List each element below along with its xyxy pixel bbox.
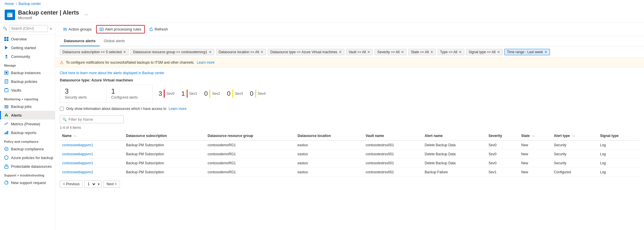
- stat-card-security-alerts[interactable]: 3 Security alerts: [60, 85, 106, 103]
- filter-by-name-input[interactable]: [69, 117, 121, 122]
- sidebar-item-backup-policies[interactable]: Backup policies: [0, 77, 55, 86]
- filter-chip-signal-type[interactable]: Signal type == All ✕: [466, 49, 503, 55]
- sidebar-item-protectable-datasources[interactable]: Protectable datasources: [0, 162, 55, 171]
- collapse-button[interactable]: «: [50, 26, 52, 31]
- svg-marker-35: [152, 28, 152, 29]
- sev4-label: Sev4: [258, 92, 266, 96]
- checkbox-learn-more-link[interactable]: Learn more: [169, 107, 186, 111]
- filter-chip-severity[interactable]: Severity == All ✕: [375, 49, 406, 55]
- filter-chip-state[interactable]: State == All ✕: [408, 49, 436, 55]
- page-number-select[interactable]: 1: [85, 181, 96, 188]
- getting-started-icon: [4, 45, 9, 50]
- sidebar-item-backup-compliance[interactable]: Backup compliance: [0, 145, 55, 153]
- action-groups-label: Action groups: [69, 27, 92, 31]
- filter-remove-icon[interactable]: ✕: [367, 50, 370, 54]
- next-button[interactable]: Next >: [103, 181, 120, 188]
- filter-chip-subscription[interactable]: Datasource subscription == 5 selected ✕: [60, 49, 129, 55]
- svg-rect-24: [7, 131, 8, 134]
- section-policy: Policy and compliance: [0, 137, 55, 145]
- svg-rect-5: [4, 39, 6, 41]
- alert-processing-rules-icon: [100, 27, 104, 31]
- table-row[interactable]: contosowebappvm1Backup PM Subscriptionco…: [60, 150, 639, 159]
- table-row[interactable]: contosowebappvm1Backup PM Subscriptionco…: [60, 140, 639, 150]
- breadcrumb-section[interactable]: Backup center: [19, 2, 41, 6]
- toolbar: Action groups Alert processing rules Ref…: [55, 23, 644, 36]
- filter-remove-icon[interactable]: ✕: [430, 50, 433, 54]
- stat-card-configured-alerts[interactable]: 1 Configured alerts: [106, 85, 153, 103]
- chevron-down-icon: ▼: [96, 183, 101, 186]
- sidebar-item-getting-started[interactable]: Getting started: [0, 43, 55, 52]
- breadcrumb: Home › Backup center: [0, 0, 644, 8]
- sev3-label: Sev3: [235, 92, 243, 96]
- filter-chip-time-range[interactable]: Time range : Last week ✕: [504, 49, 550, 55]
- table-container: Name ↑↓ Datasource subscription Datasour…: [55, 131, 644, 177]
- action-groups-button[interactable]: Action groups: [60, 25, 95, 33]
- tab-global-alerts[interactable]: Global alerts: [100, 36, 129, 46]
- svg-rect-16: [6, 88, 7, 89]
- search-input[interactable]: [9, 25, 48, 32]
- filter-remove-icon[interactable]: ✕: [401, 50, 404, 54]
- sev2-stat: 0 Sev2: [204, 90, 220, 98]
- datasource-access-checkbox[interactable]: [60, 107, 64, 111]
- filter-chip-location[interactable]: Datasource location == All ✕: [216, 49, 266, 55]
- alerts-icon: [4, 113, 9, 117]
- svg-rect-23: [6, 132, 7, 134]
- page-header-more[interactable]: ···: [84, 12, 88, 17]
- sidebar-item-label: Azure policies for backup: [11, 156, 53, 160]
- filter-remove-icon[interactable]: ✕: [544, 50, 547, 54]
- col-state[interactable]: State ↑↓: [519, 131, 551, 140]
- sidebar-item-new-support-request[interactable]: ? New support request: [0, 178, 55, 187]
- filter-remove-icon[interactable]: ✕: [459, 50, 462, 54]
- svg-point-29: [64, 28, 65, 29]
- breadcrumb-home[interactable]: Home: [5, 2, 14, 6]
- sidebar-item-azure-policies[interactable]: Azure policies for backup: [0, 153, 55, 162]
- info-learn-more-link[interactable]: Learn more: [197, 60, 215, 65]
- col-name[interactable]: Name ↑↓: [60, 131, 124, 140]
- alert-processing-rules-button[interactable]: Alert processing rules: [96, 25, 145, 33]
- filter-bar: Datasource subscription == 5 selected ✕ …: [55, 47, 644, 58]
- svg-rect-26: [5, 166, 8, 168]
- svg-rect-1: [7, 13, 12, 14]
- sort-icon: ↑↓: [532, 134, 535, 138]
- filter-search-icon: 🔍: [62, 117, 67, 122]
- sidebar-item-label: Backup policies: [11, 79, 37, 84]
- section-support: Support + troubleshooting: [0, 171, 55, 178]
- sev2-bar: [209, 90, 210, 98]
- sidebar-item-metrics[interactable]: Metrics (Preview): [0, 120, 55, 128]
- filter-remove-icon[interactable]: ✕: [209, 50, 212, 54]
- sidebar-item-label: Vaults: [11, 88, 21, 92]
- datasource-type-label: Datasource type: Azure Virtual machines: [60, 77, 639, 85]
- filter-chip-type[interactable]: Type == All ✕: [438, 49, 464, 55]
- sev0-stat: 3 Sev0: [159, 90, 175, 98]
- table-row[interactable]: contosowebappvm2Backup PM Subscriptionco…: [60, 168, 639, 177]
- filter-remove-icon[interactable]: ✕: [123, 50, 126, 54]
- sidebar-item-label: New support request: [11, 181, 46, 185]
- page-title: Backup center | Alerts: [18, 9, 79, 16]
- filter-remove-icon[interactable]: ✕: [497, 50, 500, 54]
- filter-chip-vault[interactable]: Vault == All ✕: [346, 49, 373, 55]
- tab-datasource-alerts[interactable]: Datasource alerts: [60, 36, 100, 46]
- previous-button[interactable]: < Previous: [60, 181, 83, 188]
- filter-chip-resource-group[interactable]: Datasource resource group == contosodemo…: [130, 49, 214, 55]
- sidebar-item-community[interactable]: Community: [0, 52, 55, 61]
- sidebar-item-overview[interactable]: Overview: [0, 35, 55, 43]
- sidebar-item-backup-reports[interactable]: Backup reports: [0, 128, 55, 137]
- refresh-button[interactable]: Refresh: [146, 25, 171, 33]
- sidebar-item-label: Backup reports: [11, 131, 36, 135]
- page-select: 1 ▼: [84, 180, 102, 188]
- sidebar-item-alerts[interactable]: Alerts: [0, 111, 55, 120]
- info-text: To configure notifications for successfu…: [66, 60, 195, 65]
- sidebar-item-backup-instances[interactable]: Backup instances: [0, 68, 55, 77]
- svg-rect-22: [5, 133, 6, 134]
- sev-stats: 3 Sev0 1 Sev1 0 Sev2 0: [153, 87, 271, 101]
- learn-more-link[interactable]: Click here to learn more about the alert…: [60, 71, 639, 75]
- sidebar-item-vaults[interactable]: Vaults: [0, 86, 55, 95]
- sidebar-item-backup-jobs[interactable]: Backup jobs: [0, 102, 55, 111]
- col-datasource-subscription: Datasource subscription: [124, 131, 205, 140]
- filter-chip-datasource-type[interactable]: Datasource type == Azure Virtual machine…: [268, 49, 344, 55]
- table-row[interactable]: contosowebappvm1Backup PM Subscriptionco…: [60, 159, 639, 168]
- col-alert-type[interactable]: Alert type ↑↓: [551, 131, 598, 140]
- filter-remove-icon[interactable]: ✕: [339, 50, 342, 54]
- filter-remove-icon[interactable]: ✕: [260, 50, 263, 54]
- refresh-icon: [149, 27, 153, 31]
